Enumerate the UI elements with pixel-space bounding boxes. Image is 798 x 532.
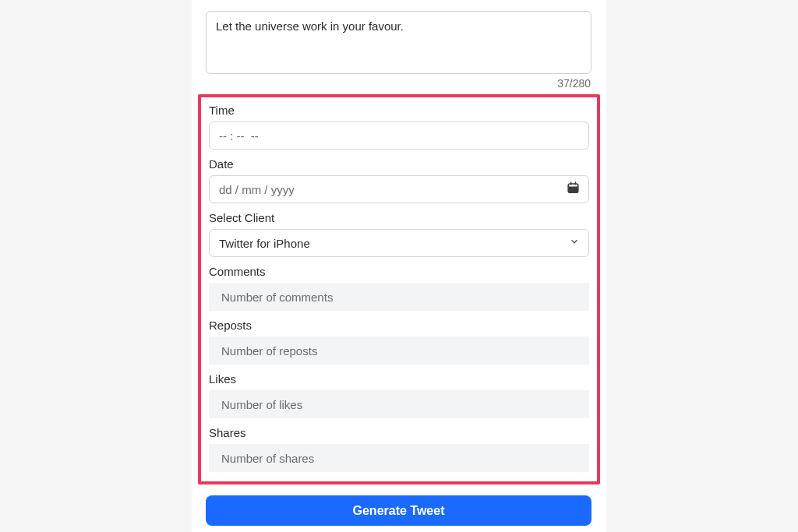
comments-label: Comments [209, 265, 589, 278]
reposts-input[interactable] [209, 336, 589, 365]
time-input[interactable] [209, 122, 589, 150]
client-select[interactable]: Twitter for iPhone [209, 229, 589, 257]
likes-group: Likes [209, 372, 589, 418]
likes-input[interactable] [209, 390, 589, 418]
reposts-group: Reposts [209, 319, 589, 365]
likes-label: Likes [209, 372, 589, 386]
shares-label: Shares [209, 426, 589, 439]
shares-group: Shares [209, 426, 589, 472]
char-count: 37/280 [201, 77, 591, 90]
client-label: Select Client [209, 211, 589, 224]
time-label: Time [209, 104, 589, 117]
date-input[interactable] [209, 175, 589, 203]
date-group: Date [209, 157, 589, 203]
time-group: Time [209, 104, 589, 150]
comments-group: Comments [209, 265, 589, 311]
reposts-label: Reposts [209, 319, 589, 332]
highlighted-form-section: Time Date Selec [198, 94, 600, 484]
form-container: 37/280 Time Date [192, 0, 606, 532]
shares-input[interactable] [209, 444, 589, 472]
generate-tweet-button[interactable]: Generate Tweet [206, 495, 591, 526]
tweet-content-textarea[interactable] [206, 11, 591, 74]
client-group: Select Client Twitter for iPhone [209, 211, 589, 257]
comments-input[interactable] [209, 283, 589, 311]
date-label: Date [209, 157, 589, 171]
